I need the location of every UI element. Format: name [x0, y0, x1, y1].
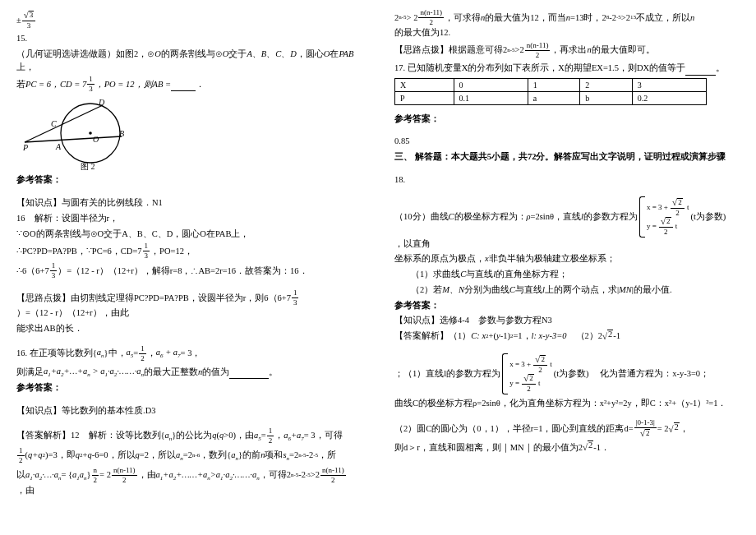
right-column: 2n-5 > 2n(n-11)2，可求得n的最大值为12，而当n=13时，28-… [378, 0, 756, 535]
ap3: 【答案解析】（1） C: x2+(y-1)2=1，l: x-y-3=0 （2） … [394, 330, 740, 344]
cell-pa: a [528, 91, 580, 104]
q18-line-b: 坐标系的原点为极点，x非负半轴为极轴建立极坐标系； [394, 252, 740, 265]
think1c: 能求出AB的长． [16, 322, 362, 335]
q18-sub1: （1）求曲线 C 与直线 l 的直角坐标方程； [394, 268, 740, 281]
sol16-b: ∵⊙O的两条割线与⊙O交于A、B、C、D，圆心O在PAB上， [16, 228, 362, 241]
ans-085: 0.85 [394, 135, 740, 148]
answer-label-2: 参考答案： [16, 381, 362, 394]
sol16-a: 16 解析：设圆半径为r， [16, 212, 362, 225]
q15-given: 若PC = 6， CD = 713 ，PO = 12，则AB = ． [16, 76, 362, 93]
kp-geo-seq: 【知识点】等比数列的基本性质.D3 [16, 404, 362, 417]
svg-text:O: O [93, 135, 99, 144]
cell-0: 0 [454, 78, 528, 91]
cell-p0: 0.1 [454, 91, 528, 104]
ap-line1: 【答案解析】12 解析：设等比数列{an}的公比为 q(q>0)，由 a5 = … [16, 427, 362, 445]
kp3: 【知识点】选修4-4 参数与参数方程N3 [394, 314, 740, 327]
answer-label-1: 参考答案： [16, 173, 362, 187]
svg-text:A: A [55, 142, 62, 151]
q15-number: 15. [16, 32, 362, 45]
ap-line2: 12(q+q2)=3，即 q2+q-6=0，所以 q=2，所以 an=2n-6，… [16, 447, 362, 464]
cell-2: 2 [580, 78, 633, 91]
q18-num: 18. [394, 173, 740, 187]
pm-sqrt3-over-3: ±33 [16, 11, 362, 30]
sol16-c: ∴PC?PD=PA?PB，∵PC=6，CD=713，PO=12， [16, 242, 362, 260]
cell-p3: 0.2 [632, 91, 706, 104]
sol-2-min: 则d＞r，直线和圆相离，则｜MN｜的最小值为22-1． [394, 440, 740, 454]
cell-pb: b [580, 91, 633, 104]
q17: 17. 已知随机变量X的分布列如下表所示，X的期望EX=1.5，则DX的值等于 … [394, 62, 740, 76]
sol16-d: ∴6（6+713）=（12 - r）（12+r），解得r=8，∴AB=2r=16… [16, 262, 362, 279]
q18-line-a: （10分）曲线 C 的极坐标方程为： ρ=2sinθ ，直线 l 的参数方程为 … [394, 196, 740, 251]
svg-line-3 [25, 105, 103, 142]
svg-point-1 [89, 131, 92, 135]
cell-1: 1 [528, 78, 580, 91]
section-3: 三、 解答题：本大题共5小题，共72分。解答应写出文字说明，证明过程或演算步骤 [394, 150, 740, 164]
svg-text:图 2: 图 2 [81, 162, 95, 170]
svg-text:P: P [22, 143, 28, 152]
answer-label-4: 参考答案： [394, 299, 740, 312]
distribution-table: X 0 1 2 3 P 0.1 a b 0.2 [394, 78, 707, 105]
figure-circle-secants: P A B C D O 图 2 [16, 96, 140, 170]
q15-statement: （几何证明选讲选做题）如图2，⊙O的两条割线与⊙O交于A、B、C、D，圆心O在P… [16, 48, 362, 74]
ap-line3: 以 a1·a2·…·an = {a1an}n2 = 2n(n-11)2，由 a1… [16, 467, 362, 497]
sol-1-param: ；（1）直线l的参数方程为 x = 3 + 22 t y = 22 t (t为参… [394, 353, 740, 394]
kp-circle: 【知识点】与圆有关的比例线段．N1 [16, 196, 362, 210]
svg-text:C: C [51, 119, 57, 128]
svg-text:B: B [119, 129, 124, 138]
q16: 16. 在正项等比数列{an}中， a5 = 12，a6 + a7 = 3， [16, 345, 362, 362]
svg-text:D: D [98, 98, 105, 107]
think2: 【思路点拨】根据题意可得2n-5>2n(n-11)2，再求出n的最大值即可。 [394, 42, 740, 59]
left-column: ±33 15. （几何证明选讲选做题）如图2，⊙O的两条割线与⊙O交于A、B、C… [0, 0, 378, 535]
answer-label-3: 参考答案： [394, 113, 740, 126]
svg-line-2 [25, 136, 122, 142]
cell-P: P [395, 91, 454, 104]
q18-sub2: （2）若 M、N 分别为曲线 C 与直线 l 上的两个动点，求 |MN| 的最小… [394, 284, 740, 297]
cell-X: X [395, 78, 454, 91]
cell-3: 3 [632, 78, 706, 91]
sol-c-rect: 曲线C的极坐标方程ρ=2sinθ，化为直角坐标方程为：x²+y²=2y，即C：x… [394, 397, 740, 410]
think1: 【思路点拨】由切割线定理得PC?PD=PA?PB，设圆半径为r，则6（6+713… [16, 289, 362, 320]
q16-l2: 则满足 a1+a2+…+an > a1·a2·……·an 的最大正整数 n 的值… [16, 365, 362, 380]
cont-line1: 2n-5 > 2n(n-11)2，可求得n的最大值为12，而当n=13时，28-… [394, 9, 740, 39]
sol-2-dist: （2）圆C的圆心为（0，1），半径r=1，圆心到直线的距离d= |0-1-3|2… [394, 419, 740, 438]
